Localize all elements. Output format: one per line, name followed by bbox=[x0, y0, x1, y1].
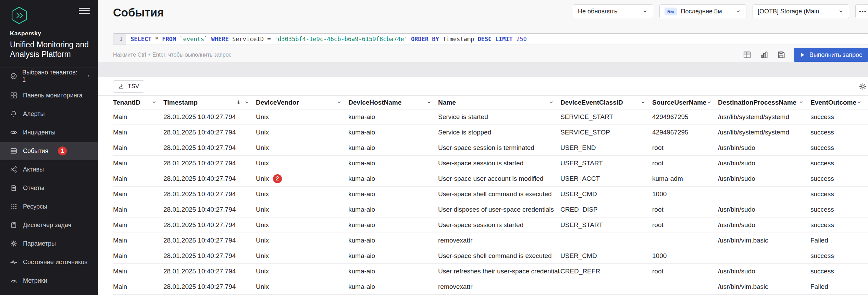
hamburger-menu-button[interactable] bbox=[79, 6, 90, 15]
pivot-table-button[interactable] bbox=[742, 50, 752, 60]
sidebar-item-label: Состояние источников bbox=[23, 259, 88, 266]
chevron-down-icon bbox=[336, 99, 342, 105]
cell-text: kuma-aio bbox=[348, 268, 375, 275]
cell-destinationprocessname: /usr/bin/vim.basic bbox=[718, 283, 810, 291]
cell-timestamp: 28.01.2025 10:40:27.794 bbox=[163, 113, 256, 121]
sources-icon bbox=[10, 258, 17, 266]
sidebar-item-incidents[interactable]: Инциденты bbox=[0, 123, 98, 142]
cell-timestamp: 28.01.2025 10:40:27.794 bbox=[163, 221, 256, 229]
column-header-icons bbox=[336, 99, 342, 105]
cell-eventoutcome: success bbox=[810, 144, 868, 152]
period-select[interactable]: 5м Последние 5м bbox=[659, 4, 746, 18]
table-row[interactable]: Main28.01.2025 10:40:27.794Unix2kuma-aio… bbox=[113, 171, 868, 187]
cell-text: success bbox=[810, 221, 834, 229]
metrics-icon bbox=[10, 277, 17, 284]
column-header-deviceeventclassid[interactable]: DeviceEventClassID bbox=[560, 99, 652, 106]
table-row[interactable]: Main28.01.2025 10:40:27.794Unixkuma-aior… bbox=[113, 233, 868, 248]
table-row[interactable]: Main28.01.2025 10:40:27.794Unixkuma-aioU… bbox=[113, 140, 868, 156]
cell-text: root bbox=[652, 144, 664, 152]
cell-deviceeventclassid: USER_START bbox=[560, 160, 652, 167]
export-tsv-button[interactable]: TSV bbox=[113, 80, 144, 93]
table-body: Main28.01.2025 10:40:27.794Unixkuma-aioS… bbox=[113, 109, 868, 295]
cell-eventoutcome: success bbox=[810, 175, 868, 182]
cell-devicevendor: Unix bbox=[256, 268, 348, 275]
cell-text: success bbox=[810, 268, 834, 275]
cell-text: 28.01.2025 10:40:27.794 bbox=[163, 175, 236, 182]
cell-eventoutcome: success bbox=[810, 206, 868, 213]
table-row[interactable]: Main28.01.2025 10:40:27.794Unixkuma-aioU… bbox=[113, 248, 868, 264]
cell-deviceeventclassid: CRED_REFR bbox=[560, 268, 652, 275]
chevron-right-icon bbox=[86, 73, 92, 79]
cell-text: USER_CMD bbox=[560, 252, 597, 260]
cell-text: User-space user account is modified bbox=[438, 175, 543, 182]
table-row[interactable]: Main28.01.2025 10:40:27.794Unixkuma-aioS… bbox=[113, 125, 868, 140]
cell-text: Unix bbox=[256, 113, 269, 121]
save-icon bbox=[777, 50, 786, 59]
sidebar-item-dashboard[interactable]: Панель мониторинга bbox=[0, 86, 98, 105]
table-settings-button[interactable] bbox=[857, 81, 868, 92]
column-header-devicehostname[interactable]: DeviceHostName bbox=[348, 99, 438, 106]
save-query-button[interactable] bbox=[777, 50, 786, 60]
bell-icon bbox=[10, 110, 17, 118]
run-query-button[interactable]: Выполнить запрос bbox=[794, 48, 868, 62]
cell-text: 28.01.2025 10:40:27.794 bbox=[163, 113, 236, 121]
cell-text: Unix bbox=[256, 129, 269, 136]
sql-token: * bbox=[151, 36, 162, 43]
table-row[interactable]: Main28.01.2025 10:40:27.794Unixkuma-aioU… bbox=[113, 217, 868, 233]
column-header-timestamp[interactable]: Timestamp bbox=[163, 99, 256, 106]
cell-name: removexattr bbox=[438, 237, 560, 244]
tenant-selector[interactable]: Выбрано тенантов: 1 bbox=[0, 68, 98, 84]
column-header-destinationprocessname[interactable]: DestinationProcessName bbox=[718, 99, 810, 106]
cell-deviceeventclassid: USER_ACCT bbox=[560, 175, 652, 182]
sort-desc-icon bbox=[236, 99, 241, 105]
sidebar-item-reports[interactable]: Отчеты bbox=[0, 179, 98, 197]
table-row[interactable]: Main28.01.2025 10:40:27.794Unixkuma-aioU… bbox=[113, 156, 868, 171]
sidebar-item-metrics[interactable]: Метрики bbox=[0, 271, 98, 290]
cell-tenantid: Main bbox=[113, 190, 163, 198]
events-table: TenantIDTimestampDeviceVendorDeviceHostN… bbox=[98, 96, 868, 295]
sidebar-item-events[interactable]: События1 bbox=[0, 142, 98, 160]
column-header-name[interactable]: Name bbox=[438, 99, 560, 106]
table-row[interactable]: Main28.01.2025 10:40:27.794Unixkuma-aioU… bbox=[113, 202, 868, 217]
column-header-eventoutcome[interactable]: EventOutcome bbox=[810, 99, 868, 106]
cell-text: 28.01.2025 10:40:27.794 bbox=[163, 221, 236, 229]
sidebar-item-task-manager[interactable]: Диспетчер задач bbox=[0, 216, 98, 234]
brand-kaspersky: Kaspersky bbox=[10, 30, 90, 37]
table-row[interactable]: Main28.01.2025 10:40:27.794Unixkuma-aior… bbox=[113, 279, 868, 295]
cell-devicehostname: kuma-aio bbox=[348, 144, 438, 152]
sidebar-item-resources[interactable]: Ресурсы bbox=[0, 197, 98, 216]
run-query-label: Выполнить запрос bbox=[809, 51, 862, 59]
column-header-devicevendor[interactable]: DeviceVendor bbox=[256, 99, 348, 106]
column-header-label: TenantID bbox=[113, 99, 140, 106]
cell-text: /usr/bin/sudo bbox=[718, 175, 755, 182]
cell-timestamp: 28.01.2025 10:40:27.794 bbox=[163, 252, 256, 260]
histogram-button[interactable] bbox=[759, 50, 769, 60]
table-row[interactable]: Main28.01.2025 10:40:27.794Unixkuma-aioS… bbox=[113, 109, 868, 125]
table-row[interactable]: Main28.01.2025 10:40:27.794Unixkuma-aioU… bbox=[113, 187, 868, 202]
sidebar-item-label: Активы bbox=[23, 166, 44, 173]
more-options-button[interactable]: ••• bbox=[855, 4, 868, 18]
cell-eventoutcome: success bbox=[810, 268, 868, 275]
table-row[interactable]: Main28.01.2025 10:40:27.794Unixkuma-aioU… bbox=[113, 264, 868, 279]
sidebar-item-alerts[interactable]: Алерты bbox=[0, 105, 98, 123]
column-header-sourceusername[interactable]: SourceUserName bbox=[652, 99, 718, 106]
cell-text: 28.01.2025 10:40:27.794 bbox=[163, 283, 236, 291]
section-divider bbox=[98, 62, 868, 77]
cell-sourceusername: 1000 bbox=[652, 190, 718, 198]
cell-text: success bbox=[810, 206, 834, 213]
sidebar-item-assets[interactable]: Активы bbox=[0, 160, 98, 179]
sidebar-item-source-status[interactable]: Состояние источников bbox=[0, 253, 98, 271]
cell-devicevendor: Unix bbox=[256, 283, 348, 291]
sql-query-input[interactable]: 1 SELECT * FROM `events` WHERE ServiceID… bbox=[113, 33, 868, 45]
dashboard-icon bbox=[10, 92, 17, 99]
sidebar-item-settings[interactable]: Параметры bbox=[0, 234, 98, 253]
cell-devicevendor: Unix bbox=[256, 206, 348, 213]
cell-text: /usr/bin/sudo bbox=[718, 268, 755, 275]
column-header-tenantid[interactable]: TenantID bbox=[113, 99, 163, 106]
storage-select[interactable]: [OOTB] Storage (Main... bbox=[753, 4, 849, 18]
cell-devicevendor: Unix bbox=[256, 252, 348, 260]
refresh-select[interactable]: Не обновлять bbox=[573, 4, 653, 18]
cell-text: 28.01.2025 10:40:27.794 bbox=[163, 129, 236, 136]
cell-deviceeventclassid: SERVICE_STOP bbox=[560, 129, 652, 136]
cell-deviceeventclassid: USER_START bbox=[560, 221, 652, 229]
